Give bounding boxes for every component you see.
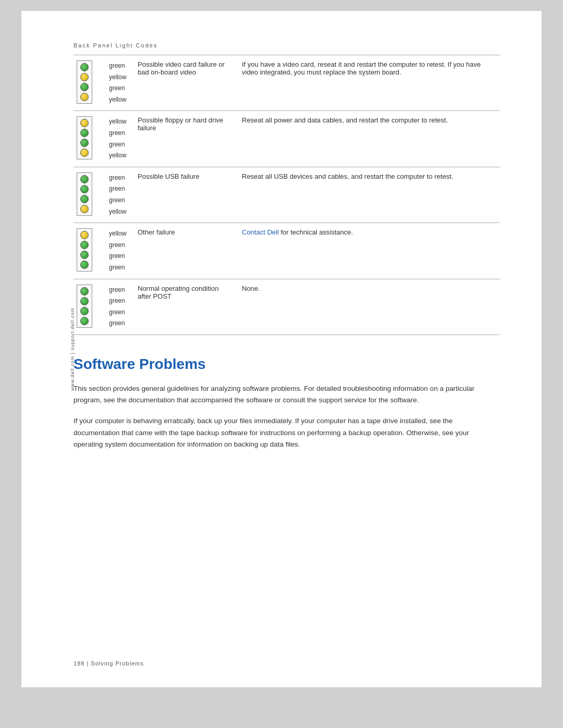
light-green	[80, 261, 89, 269]
colors-cell: greengreengreenyellow	[105, 167, 133, 223]
light-green	[80, 139, 89, 147]
colors-cell: yellowgreengreengreen	[105, 223, 133, 279]
software-problems-title: Software Problems	[74, 356, 500, 373]
light-green	[80, 317, 89, 325]
action-cell: Contact Dell for technical assistance.	[238, 223, 500, 279]
description-cell: Possible USB failure	[133, 167, 238, 223]
description-cell: Other failure	[133, 223, 238, 279]
light-yellow	[80, 231, 89, 239]
light-green	[80, 251, 89, 259]
description-cell: Normal operating condition after POST	[133, 279, 238, 335]
page: www.dell.com | support.dell.com Back Pan…	[21, 10, 542, 688]
action-cell: Reseat all USB devices and cables, and r…	[238, 167, 500, 223]
light-green	[80, 307, 89, 315]
action-cell: If you have a video card, reseat it and …	[238, 55, 500, 111]
light-yellow	[80, 205, 89, 213]
footer-text: 198 | Solving Problems	[74, 660, 144, 667]
lights-cell	[74, 167, 105, 223]
light-yellow	[80, 149, 89, 157]
lights-cell	[74, 279, 105, 335]
table-row: yellowgreengreenyellowPossible floppy or…	[74, 111, 500, 167]
table-row: greengreengreenyellowPossible USB failur…	[74, 167, 500, 223]
lights-cell	[74, 55, 105, 111]
table-row: greenyellowgreenyellowPossible video car…	[74, 55, 500, 111]
light-green	[80, 185, 89, 193]
light-green	[80, 297, 89, 305]
description-cell: Possible floppy or hard drive failure	[133, 111, 238, 167]
light-green	[80, 175, 89, 183]
light-green	[80, 63, 89, 71]
table-row: greengreengreengreenNormal operating con…	[74, 279, 500, 335]
colors-cell: greengreengreengreen	[105, 279, 133, 335]
lights-cell	[74, 223, 105, 279]
colors-cell: greenyellowgreenyellow	[105, 55, 133, 111]
light-green	[80, 287, 89, 295]
contact-dell-link[interactable]: Contact Dell	[242, 228, 279, 236]
light-green	[80, 195, 89, 203]
side-watermark: www.dell.com | support.dell.com	[70, 307, 75, 390]
action-cell: None.	[238, 279, 500, 335]
light-green	[80, 129, 89, 137]
software-paragraph-1: This section provides general guidelines…	[74, 383, 500, 406]
light-yellow	[80, 73, 89, 81]
description-cell: Possible video card failure or bad on-bo…	[133, 55, 238, 111]
colors-cell: yellowgreengreenyellow	[105, 111, 133, 167]
light-green	[80, 241, 89, 249]
table-row: yellowgreengreengreenOther failureContac…	[74, 223, 500, 279]
action-cell: Reseat all power and data cables, and re…	[238, 111, 500, 167]
software-paragraph-2: If your computer is behaving erratically…	[74, 415, 500, 450]
light-green	[80, 83, 89, 91]
light-yellow	[80, 119, 89, 127]
section-title: Back Panel Light Codes	[74, 42, 500, 48]
light-yellow	[80, 93, 89, 101]
lights-cell	[74, 111, 105, 167]
light-codes-table: greenyellowgreenyellowPossible video car…	[74, 55, 500, 335]
